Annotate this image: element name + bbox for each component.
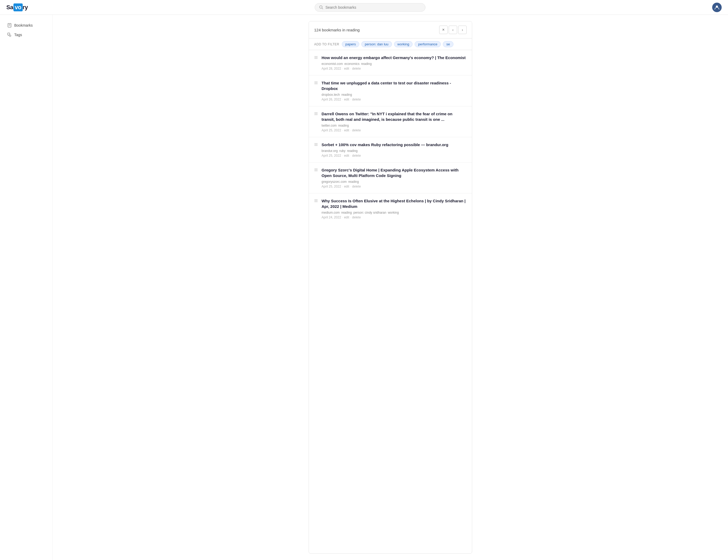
search-icon — [319, 5, 323, 9]
bookmark-date: April 25, 2022 — [322, 154, 341, 157]
meta-dot: · — [350, 216, 351, 219]
meta-dot: · — [350, 67, 351, 70]
bookmark-date: April 25, 2022 — [322, 128, 341, 132]
bookmark-tags: brandur.orgrubyreading — [322, 149, 467, 153]
prev-button[interactable]: ‹ — [449, 26, 457, 34]
bookmark-item: Gregory Szorc's Digital Home | Expanding… — [309, 162, 472, 193]
bookmark-content: Darrell Owens on Twitter: "In NYT i expl… — [322, 111, 467, 132]
avatar[interactable] — [712, 3, 722, 12]
bookmark-content: Gregory Szorc's Digital Home | Expanding… — [322, 167, 467, 188]
meta-dot: · — [342, 216, 343, 219]
bookmark-item: That time we unplugged a data center to … — [309, 75, 472, 106]
filter-tags-container: papers person: dan luu working performan… — [342, 41, 453, 47]
delete-button[interactable]: delete — [352, 67, 361, 70]
bookmark-tags: dropbox.techreading — [322, 93, 467, 97]
filter-tag-papers[interactable]: papers — [342, 41, 359, 47]
meta-dot: · — [342, 128, 343, 132]
bookmark-title[interactable]: Darrell Owens on Twitter: "In NYT i expl… — [322, 111, 467, 122]
bookmark-tag[interactable]: reading — [338, 124, 349, 127]
bookmark-title[interactable]: That time we unplugged a data center to … — [322, 80, 467, 91]
bookmark-tag[interactable]: dropbox.tech — [322, 93, 340, 97]
svg-rect-6 — [8, 33, 10, 35]
bookmark-meta: April 25, 2022·edit·delete — [322, 185, 467, 188]
filter-tag-performance[interactable]: performance — [415, 41, 441, 47]
next-button[interactable]: › — [458, 26, 467, 34]
edit-button[interactable]: edit — [344, 98, 349, 101]
bookmark-tag[interactable]: gregoryszorc.com — [322, 180, 347, 184]
delete-button[interactable]: delete — [352, 185, 361, 188]
filter-tag-working[interactable]: working — [394, 41, 413, 47]
app-header: Savory — [0, 0, 728, 15]
bookmark-date: April 26, 2022 — [322, 98, 341, 101]
filter-bar: ADD TO FILTER papers person: dan luu wor… — [309, 39, 472, 50]
bookmark-tag[interactable]: economist.com — [322, 62, 343, 66]
edit-button[interactable]: edit — [344, 154, 349, 157]
sidebar-item-bookmarks[interactable]: Bookmarks — [4, 21, 48, 30]
bookmark-item: Why Success Is Often Elusive at the High… — [309, 193, 472, 224]
drag-icon — [314, 81, 318, 86]
bookmark-meta: April 25, 2022·edit·delete — [322, 128, 467, 132]
delete-button[interactable]: delete — [352, 98, 361, 101]
bookmark-content: Why Success Is Often Elusive at the High… — [322, 198, 467, 219]
sidebar-item-tags[interactable]: Tags — [4, 31, 48, 39]
bookmark-tags: twitter.comreading — [322, 124, 467, 127]
bookmark-title[interactable]: Why Success Is Often Elusive at the High… — [322, 198, 467, 209]
bookmark-tag[interactable]: twitter.com — [322, 124, 337, 127]
edit-button[interactable]: edit — [344, 128, 349, 132]
meta-dot: · — [350, 154, 351, 157]
bookmark-title[interactable]: How would an energy embargo affect Germa… — [322, 55, 467, 60]
meta-dot: · — [342, 98, 343, 101]
panel-header: 124 bookmarks in reading × ‹ › — [309, 21, 472, 39]
bookmark-title[interactable]: Gregory Szorc's Digital Home | Expanding… — [322, 167, 467, 178]
svg-line-1 — [322, 8, 323, 9]
drag-icon — [314, 56, 318, 60]
panel-title: 124 bookmarks in reading — [314, 28, 360, 32]
bookmark-tag[interactable]: reading — [341, 211, 352, 214]
bookmark-item: How would an energy embargo affect Germa… — [309, 50, 472, 75]
panel-nav-buttons: × ‹ › — [439, 26, 467, 34]
close-button[interactable]: × — [439, 26, 448, 34]
drag-icon — [314, 199, 318, 204]
bookmark-content: That time we unplugged a data center to … — [322, 80, 467, 101]
meta-dot: · — [342, 154, 343, 157]
bookmark-tag[interactable]: reading — [347, 149, 358, 153]
search-input[interactable] — [325, 5, 421, 9]
delete-button[interactable]: delete — [352, 216, 361, 219]
sidebar: Bookmarks Tags — [0, 15, 53, 560]
bookmark-title[interactable]: Sorbet + 100% cov makes Ruby refactoring… — [322, 142, 467, 147]
bookmark-meta: April 25, 2022·edit·delete — [322, 154, 467, 157]
edit-button[interactable]: edit — [344, 67, 349, 70]
bookmark-tag[interactable]: reading — [348, 180, 359, 184]
meta-dot: · — [350, 98, 351, 101]
bookmark-tag[interactable]: reading — [341, 93, 352, 97]
meta-dot: · — [350, 185, 351, 188]
bookmark-date: April 24, 2022 — [322, 216, 341, 219]
meta-dot: · — [350, 128, 351, 132]
filter-tag-se[interactable]: se — [443, 41, 453, 47]
edit-button[interactable]: edit — [344, 185, 349, 188]
bookmark-tag[interactable]: working — [388, 211, 399, 214]
main-content: 124 bookmarks in reading × ‹ › ADD TO FI… — [53, 15, 728, 560]
delete-button[interactable]: delete — [352, 154, 361, 157]
bookmark-tag[interactable]: reading — [361, 62, 372, 66]
bookmark-meta: April 26, 2022·edit·delete — [322, 98, 467, 101]
bookmark-tag[interactable]: brandur.org — [322, 149, 338, 153]
bookmark-date: April 25, 2022 — [322, 185, 341, 188]
logo-highlight: vo — [13, 3, 23, 11]
meta-dot: · — [342, 67, 343, 70]
sidebar-item-label: Tags — [14, 33, 22, 37]
bookmark-tag[interactable]: person: cindy sridharan — [353, 211, 386, 214]
filter-label: ADD TO FILTER — [314, 42, 339, 46]
bookmark-tag[interactable]: medium.com — [322, 211, 340, 214]
drag-icon — [314, 143, 318, 147]
bookmark-tags: economist.comeconomicsreading — [322, 62, 467, 66]
search-bar[interactable] — [315, 3, 425, 12]
bookmark-tag[interactable]: economics — [344, 62, 360, 66]
bookmark-tags: medium.comreadingperson: cindy sridharan… — [322, 211, 467, 214]
delete-button[interactable]: delete — [352, 128, 361, 132]
filter-tag-person-dan-luu[interactable]: person: dan luu — [361, 41, 392, 47]
edit-button[interactable]: edit — [344, 216, 349, 219]
bookmark-tags: gregoryszorc.comreading — [322, 180, 467, 184]
meta-dot: · — [342, 185, 343, 188]
bookmark-tag[interactable]: ruby — [339, 149, 345, 153]
